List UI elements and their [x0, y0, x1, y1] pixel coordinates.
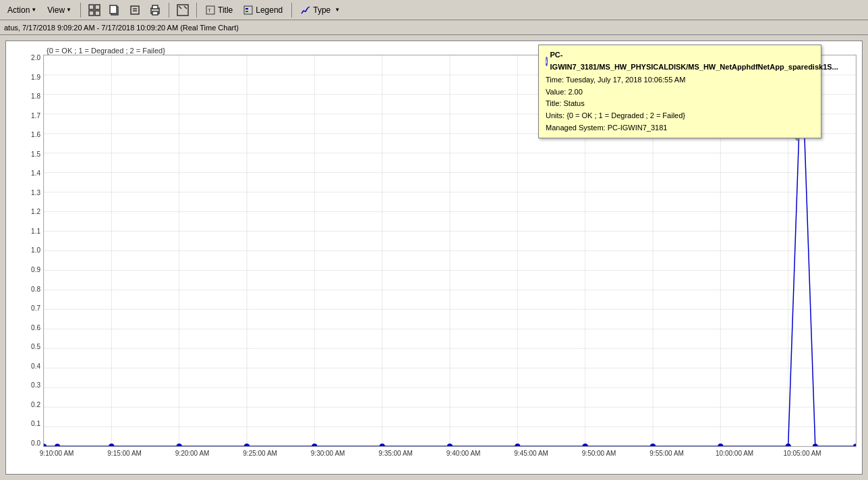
svg-rect-11	[152, 11, 158, 15]
view-label: View	[47, 5, 65, 15]
tooltip: i PC-IGWIN7_3181/MS_HW_PHYSICALDISK/MS_H…	[538, 45, 821, 138]
x-label-10: 10:00:00 AM	[716, 450, 753, 457]
x-axis: 9:10:00 AM9:15:00 AM9:20:00 AM9:25:00 AM…	[43, 447, 857, 474]
grid-icon	[88, 4, 100, 16]
tooltip-units: Units: {0 = OK ; 1 = Degraded ; 2 = Fail…	[546, 110, 814, 122]
y-label-15: 1.5	[31, 151, 40, 158]
btn-type[interactable]: Type ▼	[296, 3, 345, 17]
y-label-09: 0.9	[31, 267, 40, 273]
y-label-20: 2.0	[31, 55, 40, 61]
action-menu[interactable]: Action ▼	[3, 3, 41, 17]
y-label-05: 0.5	[31, 344, 40, 350]
y-label-08: 0.8	[31, 286, 40, 293]
copy2-icon	[129, 4, 141, 16]
x-label-2: 9:20:00 AM	[175, 450, 210, 457]
y-label-19: 1.9	[31, 74, 40, 81]
x-label-4: 9:30:00 AM	[311, 450, 345, 457]
svg-rect-0	[89, 5, 94, 9]
legend-icon	[243, 5, 253, 15]
y-label-17: 1.7	[31, 113, 40, 119]
y-label-10: 1.0	[31, 247, 40, 254]
svg-point-79	[786, 444, 791, 446]
svg-point-75	[515, 444, 520, 446]
btn-zoom[interactable]	[173, 2, 192, 18]
view-menu[interactable]: View ▼	[42, 3, 76, 17]
svg-point-78	[718, 444, 723, 446]
y-label-07: 0.7	[31, 305, 40, 312]
tooltip-time: Time: Tuesday, July 17, 2018 10:06:55 AM	[546, 74, 814, 86]
x-label-11: 10:05:00 AM	[784, 450, 821, 457]
status-text: atus, 7/17/2018 9:09:20 AM - 7/17/2018 1…	[4, 24, 239, 32]
type-label: Type	[313, 5, 330, 15]
svg-point-67	[813, 444, 818, 446]
tooltip-units-value: {0 = OK ; 1 = Degraded ; 2 = Failed}	[567, 111, 685, 119]
chart-inner: {0 = OK ; 1 = Degraded ; 2 = Failed} 2.0…	[6, 41, 862, 474]
svg-point-54	[55, 444, 60, 446]
tooltip-title-text: PC-IGWIN7_3181/MS_HW_PHYSICALDISK/MS_HW_…	[550, 49, 838, 73]
tooltip-managed-value: PC-IGWIN7_3181	[608, 124, 668, 132]
svg-line-13	[179, 6, 181, 9]
svg-rect-17	[244, 6, 252, 14]
tooltip-title-val: Status	[564, 99, 585, 107]
svg-point-77	[650, 444, 656, 446]
view-arrow: ▼	[66, 7, 71, 13]
svg-rect-1	[95, 5, 100, 9]
x-label-1: 9:15:00 AM	[107, 450, 142, 457]
print-icon	[149, 4, 161, 16]
svg-point-68	[44, 444, 47, 446]
toolbar: Action ▼ View ▼	[0, 0, 868, 20]
y-label-13: 1.3	[31, 190, 40, 196]
action-arrow: ▼	[31, 7, 36, 13]
tooltip-icon: i	[546, 57, 548, 66]
btn-title[interactable]: T Title	[201, 3, 237, 17]
y-label-04: 0.4	[31, 363, 40, 370]
type-icon	[301, 5, 310, 15]
y-label-11: 1.1	[31, 228, 40, 235]
y-label-16: 1.6	[31, 132, 40, 138]
zoom-icon	[177, 4, 189, 16]
svg-rect-3	[95, 11, 100, 16]
tooltip-value-value: 2.00	[568, 88, 582, 96]
separator-4	[291, 3, 292, 18]
tooltip-value-label: Value:	[546, 88, 566, 96]
x-label-6: 9:40:00 AM	[446, 450, 481, 457]
x-label-9: 9:55:00 AM	[649, 450, 684, 457]
tooltip-managed-label: Managed System:	[546, 124, 606, 132]
tooltip-units-label: Units:	[546, 111, 565, 119]
x-label-3: 9:25:00 AM	[243, 450, 277, 457]
btn-print[interactable]	[146, 2, 165, 18]
copy-icon	[109, 4, 121, 16]
svg-rect-10	[152, 5, 158, 9]
svg-text:T: T	[208, 7, 211, 14]
x-label-8: 9:50:00 AM	[582, 450, 616, 457]
statusbar: atus, 7/17/2018 9:09:20 AM - 7/17/2018 1…	[0, 20, 868, 35]
svg-point-73	[380, 444, 385, 446]
legend-label: Legend	[256, 5, 283, 15]
action-label: Action	[7, 5, 30, 15]
type-arrow: ▼	[335, 7, 340, 13]
chart-container: {0 = OK ; 1 = Degraded ; 2 = Failed} 2.0…	[5, 41, 863, 475]
y-label-01: 0.1	[31, 421, 40, 427]
btn-copy[interactable]	[105, 2, 124, 18]
btn-grid[interactable]	[85, 2, 104, 18]
x-label-0: 9:10:00 AM	[40, 450, 74, 457]
svg-line-14	[184, 6, 187, 9]
svg-point-71	[244, 444, 250, 446]
x-label-7: 9:45:00 AM	[514, 450, 548, 457]
tooltip-title-label: Title:	[546, 99, 561, 107]
separator-1	[80, 3, 81, 18]
svg-point-74	[447, 444, 453, 446]
svg-rect-5	[110, 5, 117, 14]
separator-2	[169, 3, 169, 18]
svg-point-72	[312, 444, 317, 446]
y-label-03: 0.3	[31, 382, 40, 389]
x-label-5: 9:35:00 AM	[378, 450, 413, 457]
svg-rect-2	[89, 11, 94, 16]
svg-point-80	[853, 444, 856, 446]
separator-3	[196, 3, 197, 18]
btn-legend[interactable]: Legend	[239, 3, 287, 17]
svg-point-69	[109, 444, 114, 446]
tooltip-time-value: Tuesday, July 17, 2018 10:06:55 AM	[566, 76, 685, 84]
title-icon: T	[206, 5, 215, 15]
btn-copy2[interactable]	[125, 2, 144, 18]
